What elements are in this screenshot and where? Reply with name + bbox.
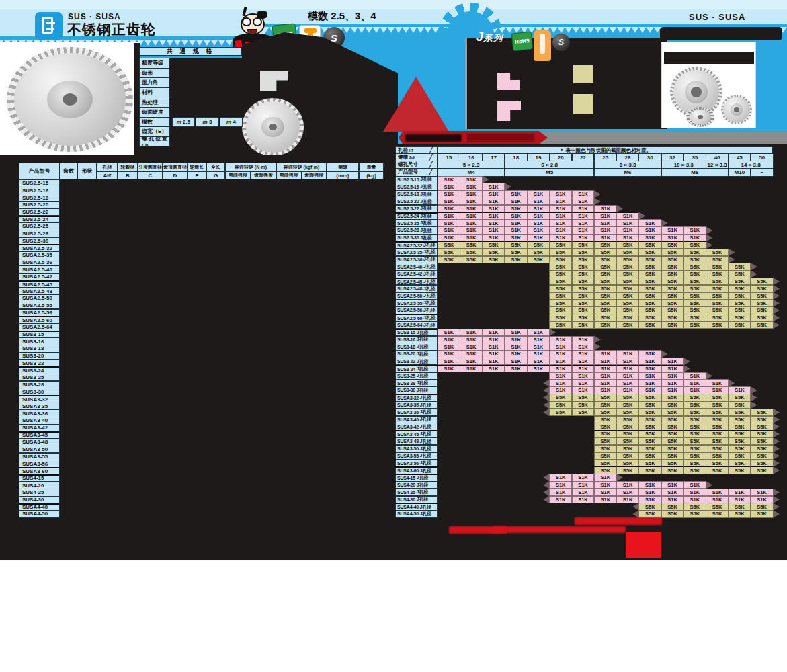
grade-cell: S5K	[549, 394, 572, 401]
redacted-spec-values	[170, 58, 242, 146]
grade-cell: S1K	[616, 219, 639, 226]
grade-cell: S5K	[684, 416, 706, 423]
grade-cell: S5K	[527, 256, 550, 263]
grade-cell: S5K	[616, 430, 639, 437]
grade-cell: S1K	[594, 205, 617, 212]
grade-cell: S5K	[594, 401, 617, 409]
grade-cell: S5K	[751, 306, 774, 314]
grade-cell: S1K	[661, 496, 684, 503]
col-header-top: 全长	[206, 163, 225, 171]
grade-cell: S5K	[729, 409, 751, 416]
col-header-top: 齿顶圆直径	[163, 163, 188, 171]
grade-cell: S5K	[572, 292, 595, 300]
grade-cell: S5K	[751, 437, 774, 445]
col-header-top: 孔径	[97, 163, 118, 171]
grade-cell: S1K	[549, 386, 572, 394]
matrix-row-label: SUS2.5-15 J孔径	[395, 176, 438, 183]
grade-cell: S1K	[460, 212, 483, 220]
grade-cell: S1K	[460, 198, 483, 205]
grade-cell: S5K	[684, 299, 706, 306]
grade-cell: S5K	[661, 466, 684, 474]
grade-cell: S5K	[729, 394, 751, 401]
redacted-red-block	[626, 532, 661, 558]
grade-cell: S5K	[616, 285, 639, 292]
grade-cell: S1K	[460, 365, 483, 372]
grade-cell: S1K	[572, 379, 595, 386]
grade-cell: S5K	[684, 314, 706, 321]
grade-cell: S5K	[594, 409, 617, 416]
grade-cell: S5K	[549, 285, 572, 292]
grade-cell: S5K	[661, 249, 684, 256]
grade-cell: S5K	[706, 401, 729, 409]
grade-cell: S5K	[684, 401, 706, 409]
grade-cell: S5K	[594, 256, 617, 263]
grade-cell: S5K	[527, 249, 550, 256]
grade-cell: S5K	[460, 256, 483, 263]
matrix-row-label: SUS4-20 J孔径	[395, 481, 438, 489]
grade-cell: S1K	[661, 489, 684, 496]
grade-cell: S1K	[661, 386, 684, 394]
grade-cell: S1K	[527, 205, 550, 212]
grade-cell: S5K	[549, 321, 572, 329]
grade-cell: S1K	[438, 350, 460, 358]
grade-cell: S5K	[549, 241, 572, 249]
grade-cell: S5K	[684, 452, 706, 460]
grade-cell: S1K	[549, 365, 572, 372]
grade-cell: S5K	[684, 285, 706, 292]
grade-cell: S5K	[706, 445, 729, 452]
matrix-row-label: SUS2.5-30 J孔径	[395, 234, 438, 241]
grade-cell: S5K	[729, 510, 751, 517]
grade-cell: S5K	[572, 394, 595, 401]
grade-cell: S5K	[751, 278, 774, 285]
grade-cell: S1K	[638, 386, 661, 394]
small-gear-photo	[242, 98, 304, 156]
grade-cell: S5K	[751, 466, 774, 474]
grade-cell: S1K	[572, 219, 595, 226]
grade-cell: S1K	[505, 329, 528, 336]
grade-cell: S1K	[549, 379, 572, 386]
grade-cell: S5K	[684, 445, 706, 452]
grade-cell: S5K	[527, 241, 550, 249]
matrix-row-label: SUS4-30 J孔径	[395, 496, 438, 503]
grade-cell: S1K	[438, 183, 460, 190]
col-header-sub: 齿面强度	[302, 171, 327, 179]
grade-cell: S5K	[594, 459, 617, 466]
grade-cell: S1K	[549, 190, 572, 198]
s-ball-icon: S	[552, 34, 570, 51]
grade-cell: S5K	[661, 270, 684, 278]
grade-cell: S1K	[505, 350, 528, 358]
grade-cell: S1K	[638, 365, 661, 372]
grade-cell: S5K	[616, 256, 639, 263]
grade-cell: S5K	[661, 278, 684, 285]
col-header-top: 轮毂径	[118, 163, 138, 171]
grade-cell: S5K	[638, 452, 661, 460]
grade-cell: S1K	[638, 489, 661, 496]
grade-cell: S5K	[460, 241, 483, 249]
col-header-sub: 齿面强度	[251, 171, 276, 179]
grade-cell: S1K	[527, 358, 550, 365]
grade-cell: S5K	[706, 394, 729, 401]
grade-cell: S1K	[638, 379, 661, 386]
grade-cell: S5K	[706, 270, 729, 278]
matrix-row-label: SUS3-30 J孔径	[395, 386, 438, 394]
col-header-sub: 弯曲强度	[225, 171, 251, 179]
grade-cell: S1K	[549, 489, 572, 496]
grade-cell: S5K	[684, 263, 706, 270]
redacted-red-text	[575, 517, 662, 525]
grade-cell: S1K	[438, 190, 460, 198]
grade-cell: S1K	[661, 358, 684, 365]
grade-cell: S1K	[438, 329, 460, 336]
grade-cell: S5K	[661, 503, 684, 510]
grade-cell: S5K	[751, 409, 774, 416]
matrix-row-label: SUSA2.5-55 J孔径	[395, 299, 438, 306]
grade-cell: S1K	[527, 350, 550, 358]
grade-cell: S5K	[572, 256, 595, 263]
grade-cell: S1K	[572, 350, 595, 358]
grade-cell: S1K	[460, 226, 483, 234]
grade-cell: S5K	[594, 292, 617, 300]
col-header-top: 侧隙	[327, 163, 359, 171]
grade-cell: S1K	[684, 481, 706, 489]
grade-cell: S5K	[638, 321, 661, 329]
grade-cell: S5K	[729, 430, 751, 437]
grade-cell: S5K	[572, 241, 595, 249]
